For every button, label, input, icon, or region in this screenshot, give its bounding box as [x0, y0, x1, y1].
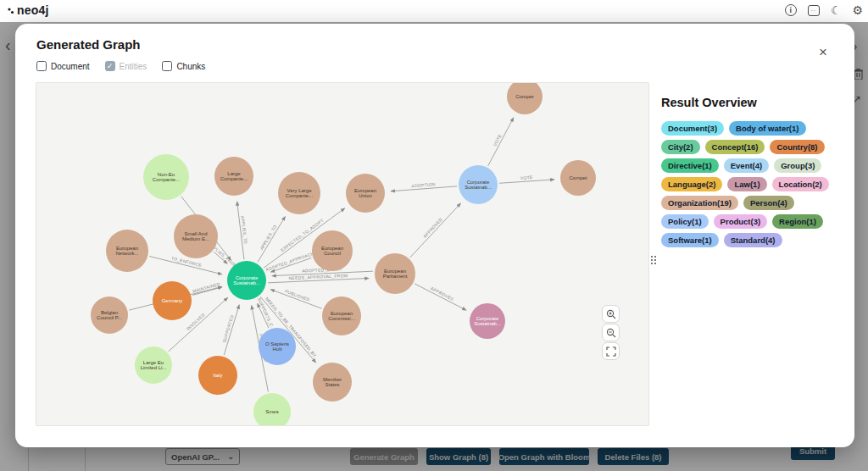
zoom-out-button[interactable]	[602, 324, 620, 341]
graph-edge	[415, 284, 466, 310]
graph-node-label: Italy	[213, 373, 222, 378]
graph-node-label: Large Eu	[143, 360, 164, 365]
graph-node-european-network[interactable]: EuropeanNetwork...	[106, 230, 148, 272]
entity-badge: Policy(1)	[661, 214, 709, 229]
entity-badge: Country(8)	[770, 140, 824, 154]
graph-node-label: Commissi...	[328, 316, 355, 321]
graph-node-label: Council	[324, 251, 341, 256]
graph-node-label: Belgian	[101, 310, 118, 315]
graph-node-label: European	[116, 246, 138, 251]
entity-badge: Event(4)	[724, 158, 769, 173]
entity-badge: Document(3)	[661, 121, 724, 136]
graph-node-italy[interactable]: Italy	[198, 356, 237, 395]
graph-node-label: Hub	[272, 346, 282, 352]
entity-graph[interactable]: TO_ENFORCEINVOLVEDAPPLIES_TOAPPLIES_TOEX…	[36, 83, 648, 425]
graph-edge-label: APPLIES_TO	[259, 224, 277, 251]
entity-badge: Product(3)	[714, 214, 768, 229]
entity-badge: Group(3)	[774, 158, 821, 173]
graph-node-label: Corporate	[476, 316, 499, 321]
graph-edge-label: ADOPTION	[411, 181, 436, 188]
graph-edge	[410, 203, 461, 258]
graph-edge	[488, 118, 514, 166]
graph-node-label: European	[321, 246, 343, 251]
graph-node-label: Large	[227, 171, 241, 176]
graph-node-label: O Sapiens	[265, 341, 289, 346]
graph-node-label: Union	[359, 193, 372, 198]
graph-node-label: Companie...	[153, 177, 181, 182]
checkbox-document[interactable]: Document	[36, 61, 90, 71]
entity-badge: Region(1)	[772, 214, 823, 229]
graph-node-label: Germany	[162, 298, 183, 303]
graph-edge-label: APPROVED	[422, 217, 443, 239]
graph-node-label: Corporate	[236, 275, 259, 280]
graph-node-belgian-council[interactable]: BelgianCouncil P...	[91, 296, 128, 334]
graph-node-non-eu-companies[interactable]: Non-EuCompanie...	[143, 154, 189, 200]
graph-node-label: Compet	[569, 175, 587, 180]
checkbox-label: Document	[51, 62, 90, 71]
entity-badge: Language(2)	[661, 177, 722, 191]
result-overview-title: Result Overview	[661, 96, 851, 109]
graph-node-label: European	[354, 188, 376, 193]
checkbox-chunks[interactable]: Chunks	[162, 61, 205, 71]
graph-edge-label: SUPPORTED	[221, 314, 235, 343]
fit-to-screen-button[interactable]	[602, 342, 620, 360]
graph-node-member-states[interactable]: MemberStates	[313, 363, 352, 402]
graph-node-csrd-blue[interactable]: CorporateSustainab...	[459, 165, 498, 204]
graph-node-label: Limited Li...	[141, 365, 167, 370]
graph-node-compet[interactable]: Compet	[560, 160, 596, 196]
graph-node-label: Council P...	[97, 315, 122, 320]
checkbox-box[interactable]	[162, 61, 172, 71]
graph-node-large-eu-limited[interactable]: Large EuLimited Li...	[135, 346, 172, 384]
panel-resize-handle[interactable]	[651, 256, 656, 264]
modal-title: Generated Graph	[36, 37, 141, 52]
entity-badge: Law(1)	[727, 177, 766, 191]
graph-edge-label: VOTE	[492, 133, 503, 147]
graph-node-o-sapiens[interactable]: O SapiensHub	[259, 328, 296, 365]
graph-node-label: Smes	[265, 409, 278, 414]
entity-badge: Organization(19)	[661, 196, 738, 210]
graph-zoom-controls	[602, 305, 620, 360]
checkbox-box[interactable]: ✓	[105, 61, 115, 71]
graph-node-small-medium[interactable]: Small AndMedium E...	[174, 214, 218, 258]
graph-node-label: Medium E...	[182, 236, 209, 241]
close-icon[interactable]: ×	[819, 46, 827, 59]
graph-node-label: Network...	[115, 251, 138, 256]
graph-node-csrd[interactable]: CorporateSustainab...	[227, 261, 266, 300]
graph-node-coroper[interactable]: Coroper	[507, 83, 542, 114]
graph-node-label: Parliament	[383, 274, 408, 279]
entity-badge: Body of water(1)	[729, 121, 805, 136]
graph-edge-label: INVOLVED	[186, 312, 206, 331]
zoom-in-button[interactable]	[602, 305, 620, 323]
graph-node-label: Companie...	[286, 193, 314, 198]
graph-node-very-large-companies[interactable]: Very LargeCompanie...	[278, 172, 320, 214]
checkbox-entities[interactable]: ✓Entities	[105, 61, 147, 71]
graph-node-label: Corporate	[467, 180, 490, 185]
entity-badge: City(2)	[661, 140, 700, 154]
graph-node-label: Sustainab...	[474, 321, 501, 326]
graph-node-label: Member	[323, 377, 342, 382]
graph-node-csrd-pink[interactable]: CorporateSustainab...	[470, 303, 505, 339]
graph-edge-label: VOTE	[520, 175, 534, 180]
entity-badge: Location(2)	[772, 177, 829, 191]
graph-node-smes[interactable]: Smes	[253, 393, 291, 425]
graph-node-label: Companie...	[220, 176, 248, 181]
graph-node-label: European	[331, 311, 353, 316]
graph-node-european-council[interactable]: EuropeanCouncil	[312, 230, 353, 271]
entity-badge: Directive(1)	[661, 158, 719, 173]
graph-canvas[interactable]: TO_ENFORCEINVOLVEDAPPLIES_TOAPPLIES_TOEX…	[36, 82, 649, 426]
entity-badge: Concept(16)	[705, 140, 765, 154]
graph-node-european-union[interactable]: EuropeanUnion	[346, 174, 385, 213]
generated-graph-modal: Generated Graph × Document✓EntitiesChunk…	[15, 24, 854, 447]
checkbox-box[interactable]	[36, 61, 47, 71]
graph-edge-label: PUBLISHED	[284, 288, 310, 302]
graph-node-label: Sustainab...	[233, 280, 260, 285]
graph-node-european-parliament[interactable]: EuropeanParliament	[375, 253, 415, 294]
graph-node-label: States	[325, 382, 339, 387]
graph-type-checkbox-row: Document✓EntitiesChunks	[36, 61, 205, 71]
graph-node-germany[interactable]: Germany	[153, 281, 192, 320]
graph-node-european-commission[interactable]: EuropeanCommissi...	[322, 296, 361, 335]
graph-node-large-companies[interactable]: LargeCompanie...	[214, 157, 253, 196]
entity-badge: Software(1)	[661, 233, 719, 247]
graph-node-label: Small And	[184, 231, 207, 236]
graph-node-label: Very Large	[287, 188, 312, 193]
